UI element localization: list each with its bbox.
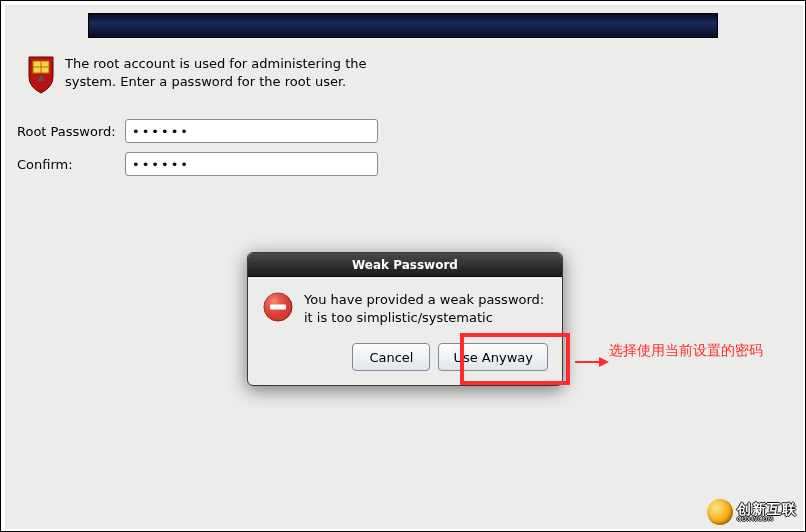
info-text: The root account is used for administeri… (65, 55, 395, 90)
confirm-row: Confirm: (17, 152, 378, 176)
installer-window: The root account is used for administeri… (5, 5, 803, 529)
dialog-title: Weak Password (248, 253, 562, 277)
annotation-text: 选择使用当前设置的密码 (609, 342, 763, 360)
confirm-input[interactable] (125, 152, 378, 176)
dialog-body: You have provided a weak password: it is… (248, 277, 562, 337)
use-anyway-button[interactable]: Use Anyway (438, 343, 548, 371)
error-icon (262, 291, 294, 323)
watermark-text: 创新互联 CDXWCOM (737, 502, 797, 522)
root-password-row: Root Password: (17, 119, 378, 143)
cancel-button[interactable]: Cancel (352, 343, 430, 371)
watermark-logo-icon (707, 499, 733, 525)
dialog-button-row: Cancel Use Anyway (248, 337, 562, 385)
svg-rect-3 (270, 305, 286, 310)
shield-icon (25, 55, 57, 95)
root-password-input[interactable] (125, 119, 378, 143)
weak-password-dialog: Weak Password You have provided a weak p… (247, 252, 563, 386)
watermark: 创新互联 CDXWCOM (707, 499, 797, 525)
svg-marker-5 (599, 357, 609, 367)
confirm-label: Confirm: (17, 157, 125, 172)
arrow-icon (573, 355, 609, 369)
info-row: The root account is used for administeri… (25, 55, 395, 95)
top-banner (88, 13, 718, 38)
dialog-message: You have provided a weak password: it is… (304, 291, 548, 327)
root-password-label: Root Password: (17, 124, 125, 139)
